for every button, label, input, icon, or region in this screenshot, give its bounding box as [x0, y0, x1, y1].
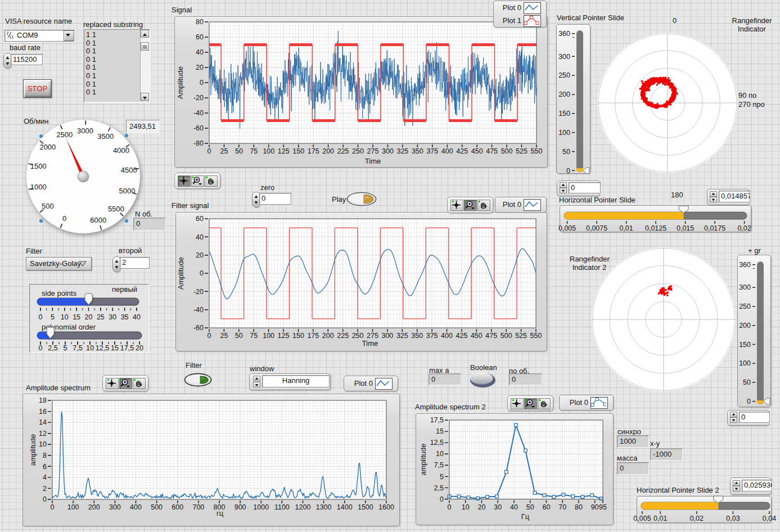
- svg-text:5500: 5500: [108, 205, 124, 213]
- filter-signal-legend[interactable]: Plot 0: [495, 197, 547, 213]
- legend-label[interactable]: Plot 0: [503, 200, 521, 209]
- gauge-handle-dot: [39, 219, 43, 223]
- gauge-value-display: 2493,51: [126, 120, 160, 133]
- sg-sliders[interactable]: 051015202530354002,557,51012,51517,520: [30, 285, 147, 351]
- svg-text:8: 8: [43, 452, 47, 459]
- zoom-tool-button[interactable]: [464, 200, 477, 211]
- signal-legend[interactable]: Plot 0 Plot 1: [493, 1, 547, 28]
- signal-graph-palette[interactable]: [174, 173, 220, 189]
- magnifier-icon: [120, 378, 130, 387]
- spectrum-graph-palette[interactable]: [102, 375, 148, 391]
- stop-button[interactable]: STOP: [23, 79, 52, 98]
- svg-text:2500: 2500: [56, 130, 73, 139]
- horizontal-pointer-slide-2[interactable]: 0,0050,010,020,030,04: [637, 496, 772, 523]
- listbox-row[interactable]: 0 1: [86, 56, 96, 64]
- plot-line-icon[interactable]: [375, 378, 393, 390]
- filter-graph-palette[interactable]: [447, 197, 493, 213]
- pan-tool-button[interactable]: [133, 378, 146, 389]
- listbox-row[interactable]: 1 1: [86, 31, 96, 39]
- pan-tool-button[interactable]: [477, 200, 490, 211]
- visa-dropdown-button[interactable]: [64, 30, 74, 41]
- hps2-digital-display[interactable]: 0,025936: [730, 477, 772, 495]
- scroll-up-button[interactable]: [141, 30, 149, 38]
- zoom-tool-button[interactable]: [119, 378, 132, 389]
- scroll-down-button[interactable]: [141, 93, 149, 101]
- vps-value-field[interactable]: 0: [569, 182, 601, 193]
- svg-text:20: 20: [196, 64, 204, 71]
- listbox-scrollbar[interactable]: [140, 30, 150, 101]
- listbox-row[interactable]: 0 1: [86, 39, 96, 47]
- legend-label[interactable]: Plot 0: [570, 398, 588, 407]
- window-combo[interactable]: Hanning: [249, 373, 331, 390]
- filter-ring-dropdown[interactable]: Savetzky-Golay: [26, 257, 92, 270]
- legend-plot1-label[interactable]: Plot 1: [503, 16, 521, 25]
- vps-spinner[interactable]: [560, 182, 567, 193]
- vps-value-box[interactable]: 0: [557, 181, 600, 196]
- replaced-substring-listbox[interactable]: 1 10 10 10 10 10 10 10 1: [84, 29, 150, 102]
- horizontal-pointer-slide[interactable]: 0,0050,00750,010,01250,0150,01750,02: [560, 205, 751, 232]
- cursor-tool-button[interactable]: [178, 175, 191, 187]
- hps2-spinner[interactable]: [733, 480, 740, 492]
- vps2-spinner[interactable]: [730, 412, 737, 423]
- spectrum2-graph-palette[interactable]: [507, 395, 553, 411]
- svg-text:250: 250: [739, 303, 751, 310]
- baud-rate-field[interactable]: 115200: [11, 54, 43, 65]
- plot-line-icon[interactable]: [524, 199, 541, 211]
- listbox-row[interactable]: 0 1: [86, 72, 96, 80]
- svg-text:5: 5: [51, 313, 55, 321]
- labview-front-panel: VISA resource name I O COM9 baud rate 11…: [0, 0, 780, 532]
- plot1-line-icon[interactable]: [524, 15, 541, 27]
- hps-value-field[interactable]: 0,014857: [719, 191, 750, 202]
- svg-text:1000: 1000: [30, 183, 47, 191]
- vertical-pointer-slide-2[interactable]: 050100150200250300360: [737, 255, 771, 407]
- svg-text:100: 100: [67, 503, 79, 511]
- svg-text:-20: -20: [193, 288, 204, 296]
- scroll-thumb[interactable]: [141, 42, 149, 51]
- window-field[interactable]: Hanning: [262, 375, 330, 387]
- filter-toggle[interactable]: [184, 373, 213, 387]
- plot0-line-icon[interactable]: [524, 2, 541, 14]
- plot-marker-line-icon[interactable]: [590, 397, 608, 409]
- svg-text:0,0125: 0,0125: [645, 224, 666, 232]
- pan-tool-button[interactable]: [205, 175, 218, 187]
- horizontal-pointer-slide2-label: Horizontal Pointer Slide 2: [637, 486, 719, 494]
- zoom-tool-button[interactable]: [191, 175, 204, 187]
- window-spinner[interactable]: [253, 376, 260, 388]
- cursor-tool-button[interactable]: [106, 378, 119, 389]
- vps2-value-box[interactable]: 0: [727, 410, 769, 426]
- spectrum-legend[interactable]: Plot 0: [344, 376, 398, 391]
- svg-text:20: 20: [85, 313, 93, 321]
- svg-text:7,5: 7,5: [73, 344, 82, 352]
- hps-spinner[interactable]: [710, 191, 717, 202]
- zoom-tool-button[interactable]: [524, 398, 537, 409]
- legend-plot0-label[interactable]: Plot 0: [503, 3, 521, 12]
- play-toggle[interactable]: [346, 192, 378, 207]
- listbox-row[interactable]: 0 1: [86, 64, 96, 71]
- svg-text:150: 150: [292, 147, 304, 155]
- hps-digital-display[interactable]: 0,014857: [707, 189, 750, 205]
- visa-resource-combo[interactable]: I O COM9: [4, 30, 74, 42]
- svg-text:400: 400: [130, 503, 142, 511]
- zero-field[interactable]: 0: [259, 193, 291, 205]
- svg-text:50: 50: [526, 503, 534, 511]
- svg-text:80: 80: [575, 503, 583, 511]
- listbox-row[interactable]: 0 1: [86, 80, 96, 88]
- svg-text:70: 70: [558, 503, 566, 511]
- hps2-value-field[interactable]: 0,025936: [742, 480, 772, 492]
- cursor-tool-button[interactable]: [450, 200, 463, 211]
- vertical-pointer-slide[interactable]: 050100150200250300360: [556, 24, 590, 174]
- spectrum2-legend[interactable]: Plot 0: [559, 395, 614, 411]
- vps2-value-field[interactable]: 0: [739, 412, 770, 423]
- svg-text:0,01: 0,01: [619, 224, 633, 232]
- boolean-button[interactable]: [470, 372, 496, 388]
- listbox-row[interactable]: 0 1: [86, 47, 96, 55]
- cursor-tool-button[interactable]: [511, 398, 524, 409]
- svg-text:0: 0: [200, 269, 204, 277]
- massa-field: 0: [617, 462, 649, 475]
- legend-label[interactable]: Plot 0: [354, 379, 373, 387]
- window-label: window: [250, 365, 274, 373]
- vtoroy-field[interactable]: 2: [120, 257, 150, 269]
- svg-text:30: 30: [109, 313, 116, 321]
- pan-tool-button[interactable]: [538, 398, 551, 409]
- listbox-row[interactable]: 0 1: [86, 88, 96, 96]
